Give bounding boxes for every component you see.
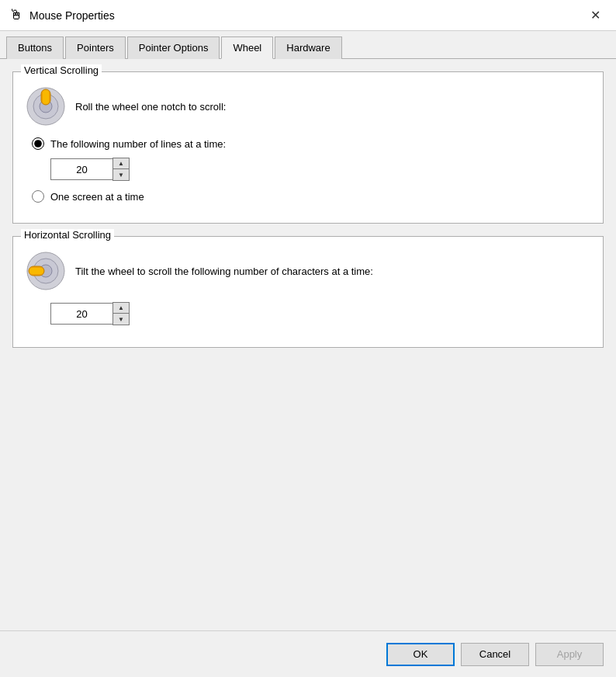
vertical-scrolling-group: Vertical Scrolling Roll the wheel one no…	[12, 71, 604, 224]
lines-value-input[interactable]	[50, 158, 112, 180]
radio-lines-label[interactable]: The following number of lines at a time:	[50, 138, 226, 150]
tab-content: Vertical Scrolling Roll the wheel one no…	[0, 59, 616, 630]
horizontal-header-row: Tilt the wheel to scroll the following n…	[26, 251, 590, 291]
radio-lines-row: The following number of lines at a time:	[32, 137, 590, 150]
apply-button[interactable]: Apply	[535, 643, 604, 666]
svg-rect-4	[43, 90, 49, 104]
vertical-scrolling-content: Roll the wheel one notch to scroll: The …	[26, 82, 590, 210]
radio-screen-label[interactable]: One screen at a time	[50, 191, 144, 203]
chars-spinner-buttons: ▲ ▼	[112, 302, 130, 325]
cancel-button[interactable]: Cancel	[461, 643, 529, 666]
tab-bar: Buttons Pointers Pointer Options Wheel H…	[0, 31, 616, 59]
lines-spinner: ▲ ▼	[50, 158, 130, 181]
chars-spinner-row: ▲ ▼	[50, 302, 590, 325]
app-icon: 🖱	[9, 7, 23, 23]
footer: OK Cancel Apply	[0, 630, 616, 677]
lines-spinner-buttons: ▲ ▼	[112, 158, 130, 181]
radio-screen-row: One screen at a time	[32, 190, 590, 203]
tab-pointers[interactable]: Pointers	[65, 36, 126, 59]
radio-lines[interactable]	[32, 137, 44, 150]
chars-value-input[interactable]	[50, 303, 112, 325]
horizontal-header-text: Tilt the wheel to scroll the following n…	[75, 266, 373, 277]
vertical-scrolling-label: Vertical Scrolling	[21, 64, 102, 76]
chars-spin-down[interactable]: ▼	[113, 314, 129, 325]
tab-buttons[interactable]: Buttons	[6, 36, 64, 59]
vertical-header-text: Roll the wheel one notch to scroll:	[75, 101, 226, 113]
ok-button[interactable]: OK	[386, 643, 455, 666]
lines-spinner-row: ▲ ▼	[50, 158, 590, 181]
wheel-icon-horizontal	[26, 251, 66, 291]
vertical-header-row: Roll the wheel one notch to scroll:	[26, 86, 590, 127]
tab-wheel[interactable]: Wheel	[221, 36, 273, 59]
title-bar: 🖱 Mouse Properties ✕	[0, 0, 616, 31]
dialog-window: 🖱 Mouse Properties ✕ Buttons Pointers Po…	[0, 0, 616, 677]
horizontal-scrolling-group: Horizontal Scrolling Tilt the wheel to s…	[12, 236, 604, 348]
horizontal-scrolling-content: Tilt the wheel to scroll the following n…	[26, 246, 590, 335]
radio-screen[interactable]	[32, 190, 44, 203]
chars-spin-up[interactable]: ▲	[113, 303, 129, 314]
lines-spin-up[interactable]: ▲	[113, 158, 129, 169]
horizontal-scrolling-label: Horizontal Scrolling	[21, 229, 114, 241]
svg-rect-9	[29, 268, 43, 274]
window-title: Mouse Properties	[29, 9, 115, 22]
tab-pointer-options[interactable]: Pointer Options	[127, 36, 220, 59]
close-button[interactable]: ✕	[583, 4, 607, 27]
tab-hardware[interactable]: Hardware	[275, 36, 341, 59]
chars-spinner: ▲ ▼	[50, 302, 130, 325]
lines-spin-down[interactable]: ▼	[113, 169, 129, 180]
title-bar-left: 🖱 Mouse Properties	[9, 7, 115, 23]
wheel-icon-vertical	[26, 86, 66, 127]
